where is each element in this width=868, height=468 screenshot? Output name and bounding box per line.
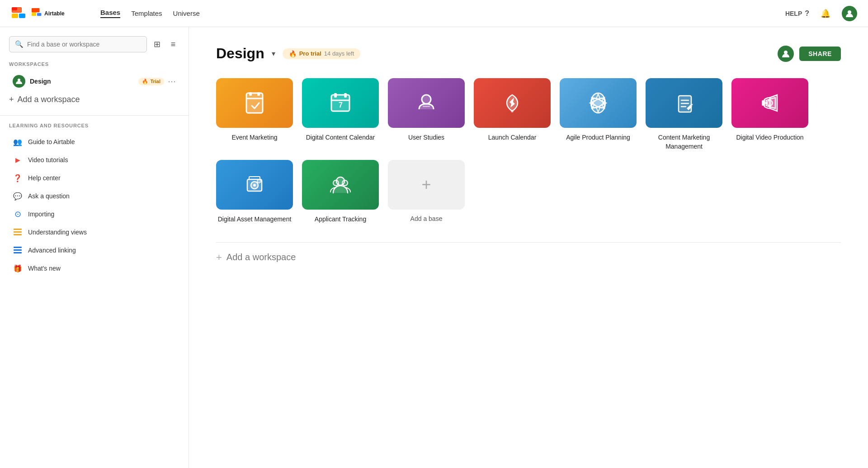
launch-calendar-label: Launch Calendar <box>488 133 537 142</box>
guide-icon: 👥 <box>13 137 23 147</box>
sidebar-item-whats-new[interactable]: 🎁 What's new <box>4 259 185 277</box>
pro-trial-badge[interactable]: 🔥 Pro trial 14 days left <box>283 48 361 59</box>
svg-rect-41 <box>762 100 764 106</box>
base-event-marketing[interactable]: Event Marketing <box>216 78 293 151</box>
top-nav: Airtable Bases Templates Universe HELP ?… <box>0 0 868 27</box>
base-agile-product-planning[interactable]: Agile Product Planning <box>560 78 637 151</box>
svg-rect-9 <box>32 13 36 16</box>
nav-universe[interactable]: Universe <box>173 9 200 17</box>
grid-view-button[interactable]: ⊞ <box>151 38 163 51</box>
workspace-design[interactable]: Design 🔥 Trial ⋯ <box>4 71 185 91</box>
base-digital-video[interactable]: Digital Video Production <box>731 78 808 151</box>
base-digital-asset[interactable]: Digital Asset Management <box>216 160 293 224</box>
svg-point-47 <box>333 180 339 186</box>
search-icon: 🔍 <box>15 40 24 48</box>
sidebar-item-ask[interactable]: 💬 Ask a question <box>4 187 185 205</box>
base-user-studies[interactable]: User Studies <box>388 78 465 151</box>
whats-new-label: What's new <box>28 265 61 272</box>
svg-rect-20 <box>246 93 263 113</box>
nav-templates[interactable]: Templates <box>131 9 162 17</box>
search-box[interactable]: 🔍 <box>9 36 147 52</box>
help-button[interactable]: HELP ? <box>785 9 809 18</box>
sidebar: 🔍 ⊞ ≡ WORKSPACES Design 🔥 Trial ⋯ + Add … <box>0 27 189 468</box>
svg-point-32 <box>511 110 514 112</box>
linking-label: Advanced linking <box>28 247 76 254</box>
ask-label: Ask a question <box>28 192 70 200</box>
help-center-label: Help center <box>28 174 61 182</box>
add-workspace-button[interactable]: + Add a workspace <box>0 91 189 108</box>
sidebar-item-views[interactable]: Understanding views <box>4 223 185 241</box>
nav-right: HELP ? 🔔 <box>785 6 857 21</box>
add-base-label: Add a base <box>410 215 443 222</box>
svg-rect-26 <box>344 93 347 98</box>
workspace-icon <box>13 75 25 88</box>
agile-product-planning-label: Agile Product Planning <box>566 133 630 142</box>
svg-rect-5 <box>12 7 17 10</box>
svg-rect-14 <box>14 231 22 233</box>
svg-rect-1 <box>12 14 18 18</box>
svg-text:7: 7 <box>339 101 343 109</box>
workspace-menu-dots[interactable]: ⋯ <box>168 76 176 86</box>
pro-fire-icon: 🔥 <box>289 50 297 57</box>
svg-rect-17 <box>14 249 22 251</box>
plus-icon: + <box>9 95 14 104</box>
add-workspace-footer-plus: + <box>216 252 222 263</box>
svg-rect-30 <box>423 102 425 104</box>
applicant-tracking-icon <box>302 160 379 210</box>
add-base-button[interactable]: + Add a base <box>388 160 465 224</box>
bases-grid: Event Marketing 7 Digital Content Calend… <box>216 78 841 224</box>
list-view-button[interactable]: ≡ <box>167 38 179 51</box>
svg-rect-21 <box>249 92 252 96</box>
guide-label: Guide to Airtable <box>28 138 75 145</box>
main-content: Design ▾ 🔥 Pro trial 14 days left SHARE <box>189 27 868 468</box>
svg-rect-7 <box>32 8 39 12</box>
base-applicant-tracking[interactable]: Applicant Tracking <box>302 160 379 224</box>
digital-asset-label: Digital Asset Management <box>218 215 292 224</box>
digital-content-calendar-icon: 7 <box>302 78 379 128</box>
svg-rect-15 <box>14 234 22 235</box>
help-center-icon: ❓ <box>13 173 23 183</box>
svg-rect-13 <box>14 229 22 230</box>
base-content-marketing[interactable]: Content Marketing Management <box>646 78 722 151</box>
importing-icon: ⊙ <box>13 209 23 219</box>
user-avatar[interactable] <box>842 6 857 21</box>
add-workspace-footer-label: Add a workspace <box>226 252 296 262</box>
sidebar-item-guide[interactable]: 👥 Guide to Airtable <box>4 133 185 151</box>
agile-product-planning-icon <box>560 78 637 128</box>
workspace-name: Design <box>30 78 138 85</box>
sidebar-item-linking[interactable]: Advanced linking <box>4 241 185 259</box>
days-left-label: 14 days left <box>324 50 354 57</box>
workspace-avatar[interactable] <box>778 46 794 62</box>
fire-icon: 🔥 <box>142 79 148 84</box>
video-label: Video tutorials <box>28 156 68 164</box>
svg-rect-3 <box>19 14 25 18</box>
add-base-plus-icon: + <box>421 175 431 194</box>
nav-links: Bases Templates Universe <box>100 9 200 18</box>
logo-area: Airtable <box>11 5 86 22</box>
svg-point-11 <box>848 10 851 14</box>
sidebar-item-video[interactable]: ▶ Video tutorials <box>4 151 185 169</box>
content-marketing-label: Content Marketing Management <box>646 133 722 151</box>
share-button[interactable]: SHARE <box>799 47 841 61</box>
add-workspace-label: Add a workspace <box>18 95 80 104</box>
workspace-dropdown-chevron[interactable]: ▾ <box>272 49 275 58</box>
notifications-button[interactable]: 🔔 <box>818 6 833 21</box>
digital-video-icon <box>731 78 808 128</box>
search-input[interactable] <box>27 41 141 48</box>
sidebar-item-help[interactable]: ❓ Help center <box>4 169 185 187</box>
event-marketing-icon <box>216 78 293 128</box>
pro-trial-label: Pro trial <box>299 50 321 57</box>
base-digital-content-calendar[interactable]: 7 Digital Content Calendar <box>302 78 379 151</box>
svg-rect-31 <box>423 106 430 107</box>
add-base-icon: + <box>388 160 465 210</box>
add-workspace-footer[interactable]: + Add a workspace <box>216 242 841 263</box>
sidebar-divider <box>0 115 189 116</box>
sidebar-item-importing[interactable]: ⊙ Importing <box>4 205 185 223</box>
base-launch-calendar[interactable]: Launch Calendar <box>474 78 551 151</box>
svg-point-19 <box>784 51 788 54</box>
svg-rect-18 <box>14 252 22 253</box>
ask-icon: 💬 <box>13 191 23 201</box>
svg-point-45 <box>257 179 261 183</box>
main-layout: 🔍 ⊞ ≡ WORKSPACES Design 🔥 Trial ⋯ + Add … <box>0 27 868 468</box>
nav-bases[interactable]: Bases <box>100 9 120 18</box>
